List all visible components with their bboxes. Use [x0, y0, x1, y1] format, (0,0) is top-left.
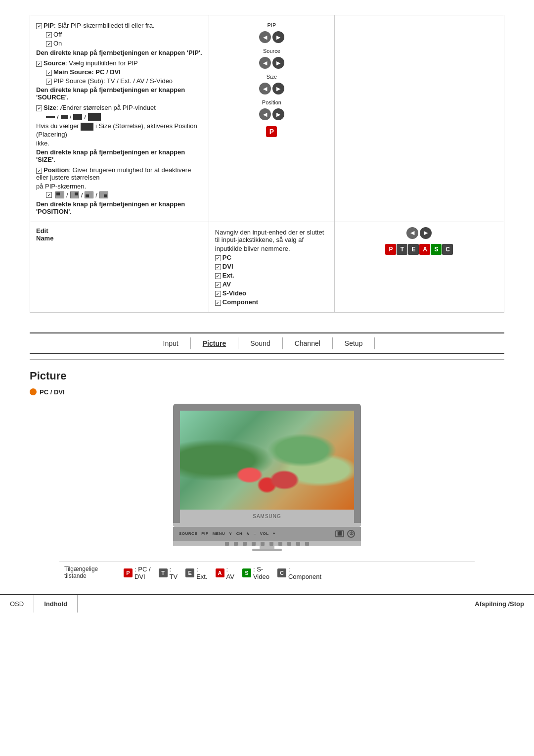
- size-arrow-pair: ◀ ▶: [259, 83, 284, 94]
- main-source: Main Source: PC / DVI: [53, 68, 121, 76]
- pip-on-check: ✔: [46, 41, 52, 47]
- source-note: Den direkte knap på fjernbetjeningen er …: [36, 86, 185, 94]
- size-note4: Den direkte knap på fjernbetjeningen er …: [36, 148, 185, 156]
- tv-btn7: [278, 542, 282, 546]
- pteasc-p[interactable]: P: [385, 244, 396, 255]
- tv-brand-bar: SAMSUNG: [180, 510, 354, 523]
- size-label-img: Size: [267, 74, 277, 80]
- position-left-arrow[interactable]: ◀: [259, 108, 271, 120]
- top-section: ✔PIP: Slår PIP-skærmbilledet til eller f…: [0, 0, 534, 323]
- p-button[interactable]: P: [266, 126, 277, 137]
- edit-name-label: Edit Name: [30, 222, 209, 312]
- tv-base: [252, 549, 282, 551]
- tv-ctrl-menu: MENU: [213, 531, 225, 536]
- pos-icon-tr: [70, 191, 79, 198]
- main-source-check: ✔: [46, 70, 52, 76]
- source-left-arrow[interactable]: ◀: [259, 57, 271, 69]
- footer-indhold: Indhold: [34, 595, 78, 613]
- edit-ext-check: ✔: [215, 273, 221, 279]
- position-desc2: på PIP-skærmen.: [36, 183, 86, 190]
- position-label-img: Position: [262, 99, 281, 105]
- pc-dvi-label: PC / DVI: [30, 388, 504, 396]
- modes-section: Tilgængelige tilstande P : PC /DVI T :TV: [30, 561, 504, 584]
- size-note3: ikke.: [36, 140, 49, 147]
- edit-desc2: inputkilde bliver nemmere.: [215, 245, 328, 252]
- position-note: Den direkte knap på fjernbetjeningen er …: [36, 200, 185, 208]
- footer-osd: OSD: [0, 595, 34, 613]
- edit-name-content: Navngiv den input-enhed der er sluttet t…: [209, 222, 334, 312]
- orange-circle-icon: [30, 388, 37, 395]
- mode-e-label: :Ext.: [196, 566, 207, 580]
- main-table: ✔PIP: Slår PIP-skærmbilledet til eller f…: [30, 15, 504, 313]
- pip-left-arrow[interactable]: ◀: [259, 31, 271, 43]
- mode-a: A :AV: [216, 566, 234, 580]
- size-sep3: /: [84, 113, 86, 121]
- edit-pc-check: ✔: [215, 255, 221, 261]
- pip-row: ✔PIP: Slår PIP-skærmbilledet til eller f…: [30, 15, 504, 222]
- pteasc-c[interactable]: C: [442, 244, 453, 255]
- nav-item-channel[interactable]: Channel: [283, 337, 333, 349]
- edit-name-controls: ◀ ▶ P T E A S C: [341, 227, 498, 255]
- pteasc-buttons: P T E A S C: [385, 244, 453, 255]
- modes-table: Tilgængelige tilstande P : PC /DVI T :TV: [59, 561, 475, 584]
- pip-source: PIP Source (Sub): TV / Ext. / AV / S-Vid…: [53, 77, 173, 85]
- nav-item-input[interactable]: Input: [151, 337, 191, 349]
- bottom-divider: [30, 359, 504, 360]
- tv-controls-row: SOURCE PIP MENU ∨ CH ∧ – VOL + ⬛ ⏻: [173, 527, 361, 541]
- size-title: Size: [44, 104, 56, 111]
- tv-btn6: [269, 542, 273, 546]
- tv-stand-post: [260, 546, 274, 549]
- badge-c: C: [277, 568, 286, 577]
- tv-screen-area: SAMSUNG: [173, 404, 361, 523]
- position-key: 'POSITION': [36, 208, 70, 215]
- nav-item-sound[interactable]: Sound: [238, 337, 282, 349]
- modes-label-line2: tilstande: [64, 572, 87, 579]
- edit-label-line1: Edit: [36, 227, 48, 235]
- edit-right-arrow[interactable]: ▶: [420, 227, 432, 239]
- modes-items: P : PC /DVI T :TV E :Ext. A: [124, 566, 470, 580]
- size-icon-small: [61, 115, 68, 119]
- badge-p: P: [124, 568, 133, 577]
- position-right-arrow[interactable]: ▶: [272, 108, 284, 120]
- mode-a-label: :AV: [226, 566, 234, 580]
- edit-ext: Ext.: [222, 272, 234, 279]
- badge-t: T: [159, 568, 168, 577]
- pip-desc: : Slår PIP-skærmbilledet til eller fra.: [54, 22, 155, 29]
- pip-checkbox: ✔: [36, 23, 42, 29]
- edit-svideo: S-Video: [222, 289, 246, 297]
- tv-btn2: [234, 542, 238, 546]
- pip-off-label: Off: [53, 31, 62, 38]
- position-checkbox: ✔: [36, 168, 42, 174]
- tv-btn1: [225, 542, 229, 546]
- size-icon-medium: [73, 114, 82, 120]
- edit-component: Component: [222, 298, 258, 306]
- badge-a: A: [216, 568, 224, 577]
- tv-btn8: [287, 542, 291, 546]
- tv-btn3: [243, 542, 247, 546]
- tv-container: SAMSUNG SOURCE PIP MENU ∨ CH ∧ – VOL + ⬛…: [30, 404, 504, 551]
- tv-brand: SAMSUNG: [253, 514, 281, 519]
- tv-ctrl-right: ⬛ ⏻: [335, 530, 355, 538]
- size-desc: : Ændrer størrelsen på PIP-vinduet: [56, 104, 156, 111]
- source-right-arrow[interactable]: ▶: [272, 57, 284, 69]
- edit-pc: PC: [222, 254, 231, 261]
- pteasc-a[interactable]: A: [419, 244, 430, 255]
- size-note1: Hvis du vælger: [36, 122, 81, 130]
- source-key-end: .: [67, 94, 69, 101]
- size-left-arrow[interactable]: ◀: [259, 83, 271, 94]
- tv-ctrl-pip: PIP: [201, 531, 208, 536]
- pteasc-s[interactable]: S: [431, 244, 442, 255]
- size-right-arrow[interactable]: ▶: [272, 83, 284, 94]
- tv-btn9: [296, 542, 300, 546]
- modes-row: Tilgængelige tilstande P : PC /DVI T :TV: [59, 561, 475, 584]
- mode-p-label: : PC /DVI: [134, 566, 151, 580]
- source-key: 'SOURCE': [36, 94, 67, 101]
- source-desc: : Vælg inputkilden for PIP: [65, 59, 138, 67]
- edit-left-arrow[interactable]: ◀: [406, 227, 418, 239]
- pip-controls: PIP ◀ ▶ Source ◀ ▶ Size ◀ ▶: [215, 22, 328, 137]
- nav-item-setup[interactable]: Setup: [333, 337, 375, 349]
- pip-right-arrow[interactable]: ▶: [272, 31, 284, 43]
- pteasc-t[interactable]: T: [397, 244, 407, 255]
- pteasc-e[interactable]: E: [408, 244, 419, 255]
- nav-item-picture[interactable]: Picture: [191, 337, 238, 349]
